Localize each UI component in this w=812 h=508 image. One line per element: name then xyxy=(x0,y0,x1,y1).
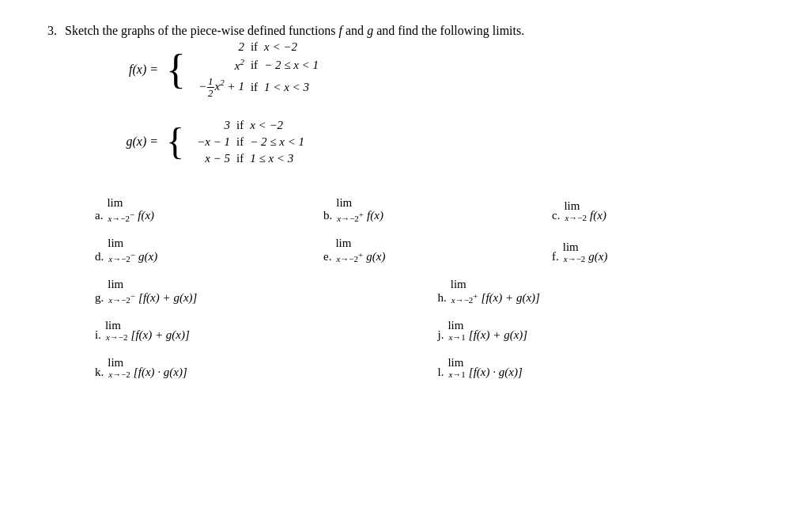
limit-f: f. lim x→−2 g(x) xyxy=(552,233,765,267)
f-brace: { 2 if x < −2 x2 if − 2 ≤ x < 1 −12x2 + … xyxy=(166,38,325,102)
label-g: g. xyxy=(95,291,104,305)
lim-block-k: lim x→−2 xyxy=(108,356,130,379)
f-case3-cond: 1 < x < 3 xyxy=(264,75,319,100)
label-h: h. xyxy=(438,291,447,305)
lim-arg-a: f(x) xyxy=(138,209,154,222)
lim-sub-g: x→−2− xyxy=(108,291,135,305)
left-brace-f: { xyxy=(166,49,186,90)
f-name: f(x) = xyxy=(111,63,158,77)
lim-block-h: lim x→−2+ xyxy=(451,278,478,305)
lim-block-j: lim x→1 xyxy=(448,319,465,342)
g-case1-expr: 3 xyxy=(197,118,230,133)
lim-block-i: lim x→−2 xyxy=(105,319,128,342)
lim-word-a: lim xyxy=(107,196,123,210)
lim-arg-g: [f(x) + g(x)] xyxy=(138,291,197,305)
lim-arg-j: [f(x) + g(x)] xyxy=(469,328,527,342)
lim-arg-h: [f(x) + g(x)] xyxy=(482,291,540,305)
lim-block-a: lim x→−2− xyxy=(107,196,134,223)
lim-arg-e: g(x) xyxy=(366,250,385,263)
label-i: i. xyxy=(95,328,101,342)
label-f: f. xyxy=(552,250,559,263)
lim-block-b: lim x→−2+ xyxy=(336,196,364,223)
lim-sub-i: x→−2 xyxy=(106,332,128,342)
label-d: d. xyxy=(95,250,104,263)
limit-i: i. lim x→−2 [f(x) + g(x)] xyxy=(95,316,422,345)
limit-c: c. lim x→−2 f(x) xyxy=(552,193,765,226)
label-k: k. xyxy=(95,366,104,379)
problem-text: Sketch the graphs of the piece-wise defi… xyxy=(65,24,524,37)
g-case2-cond: − 2 ≤ x < 1 xyxy=(250,135,304,150)
limit-d: d. lim x→−2− g(x) xyxy=(95,233,308,267)
lim-arg-k: [f(x) · g(x)] xyxy=(134,366,187,379)
lim-word-c: lim xyxy=(564,199,580,213)
label-l: l. xyxy=(438,366,444,379)
label-c: c. xyxy=(552,209,560,222)
limit-a: a. lim x→−2− f(x) xyxy=(95,193,308,226)
lim-block-c: lim x→−2 xyxy=(564,199,587,222)
label-j: j. xyxy=(438,328,444,342)
lim-word-i: lim xyxy=(105,319,121,332)
limit-g: g. lim x→−2− [f(x) + g(x)] xyxy=(95,275,422,308)
limits-row1: a. lim x→−2− f(x) b. lim x→−2+ f(x) c. l… xyxy=(95,193,765,226)
f-definition: f(x) = { 2 if x < −2 x2 if − 2 ≤ x < 1 −… xyxy=(111,38,765,102)
label-a: a. xyxy=(95,209,103,222)
lim-word-e: lim xyxy=(335,237,351,250)
f-case2-expr: x2 xyxy=(198,56,244,74)
lim-block-l: lim x→1 xyxy=(448,356,465,379)
left-brace-g: { xyxy=(166,123,184,161)
lim-block-d: lim x→−2− xyxy=(108,237,135,263)
f-case3-if: if xyxy=(251,75,258,100)
limit-e: e. lim x→−2+ g(x) xyxy=(323,233,536,267)
lim-word-g: lim xyxy=(108,278,123,291)
f-case3-expr: −12x2 + 1 xyxy=(198,75,244,100)
lim-word-h: lim xyxy=(451,278,466,291)
lim-sub-h: x→−2+ xyxy=(451,291,478,305)
f-cases: 2 if x < −2 x2 if − 2 ≤ x < 1 −12x2 + 1 … xyxy=(192,38,325,102)
limits-row4: i. lim x→−2 [f(x) + g(x)] j. lim x→1 [f(… xyxy=(95,316,765,345)
lim-word-j: lim xyxy=(448,319,463,332)
g-case1-if: if xyxy=(236,118,244,133)
g-case3-if: if xyxy=(236,151,244,166)
lim-arg-b: f(x) xyxy=(367,209,383,222)
g-cases: 3 if x < −2 −x − 1 if − 2 ≤ x < 1 x − 5 … xyxy=(191,116,311,168)
lim-word-b: lim xyxy=(336,196,352,210)
lim-arg-c: f(x) xyxy=(590,209,606,222)
f-case1-if: if xyxy=(251,40,258,55)
limits-row3: g. lim x→−2− [f(x) + g(x)] h. lim x→−2+ … xyxy=(95,275,765,308)
limits-section: a. lim x→−2− f(x) b. lim x→−2+ f(x) c. l… xyxy=(79,193,765,382)
lim-arg-f: g(x) xyxy=(588,250,607,263)
f-case2-cond: − 2 ≤ x < 1 xyxy=(264,56,319,74)
lim-arg-d: g(x) xyxy=(138,250,157,263)
lim-sub-k: x→−2 xyxy=(108,370,130,379)
lim-sub-j: x→1 xyxy=(448,332,465,342)
lim-word-f: lim xyxy=(563,241,579,254)
lim-word-d: lim xyxy=(108,237,123,250)
g-case2-if: if xyxy=(236,135,244,150)
lim-arg-l: [f(x) · g(x)] xyxy=(469,366,523,379)
g-name: g(x) = xyxy=(111,135,158,149)
lim-sub-b: x→−2+ xyxy=(337,210,364,223)
g-definition: g(x) = { 3 if x < −2 −x − 1 if − 2 ≤ x <… xyxy=(111,116,765,168)
lim-sub-f: x→−2 xyxy=(564,254,586,263)
lim-block-f: lim x→−2 xyxy=(563,241,586,263)
limit-b: b. lim x→−2+ f(x) xyxy=(323,193,536,226)
g-case2-expr: −x − 1 xyxy=(197,135,230,150)
lim-sub-c: x→−2 xyxy=(565,213,587,222)
label-b: b. xyxy=(323,209,332,222)
lim-sub-a: x→−2− xyxy=(108,210,134,223)
g-case1-cond: x < −2 xyxy=(250,118,304,133)
lim-sub-d: x→−2− xyxy=(108,250,135,263)
lim-block-g: lim x→−2− xyxy=(108,278,135,305)
label-e: e. xyxy=(323,250,331,263)
f-case1-cond: x < −2 xyxy=(264,40,319,55)
g-brace: { 3 if x < −2 −x − 1 if − 2 ≤ x < 1 x − … xyxy=(166,116,311,168)
g-case3-cond: 1 ≤ x < 3 xyxy=(250,151,304,166)
limit-j: j. lim x→1 [f(x) + g(x)] xyxy=(438,316,765,345)
limit-k: k. lim x→−2 [f(x) · g(x)] xyxy=(95,353,422,382)
lim-sub-l: x→1 xyxy=(448,370,465,379)
problem-statement: 3. Sketch the graphs of the piece-wise d… xyxy=(47,24,765,38)
limit-h: h. lim x→−2+ [f(x) + g(x)] xyxy=(438,275,765,308)
g-case3-expr: x − 5 xyxy=(197,151,230,166)
lim-arg-i: [f(x) + g(x)] xyxy=(131,328,190,342)
limits-row5: k. lim x→−2 [f(x) · g(x)] l. lim x→1 [f(… xyxy=(95,353,765,382)
